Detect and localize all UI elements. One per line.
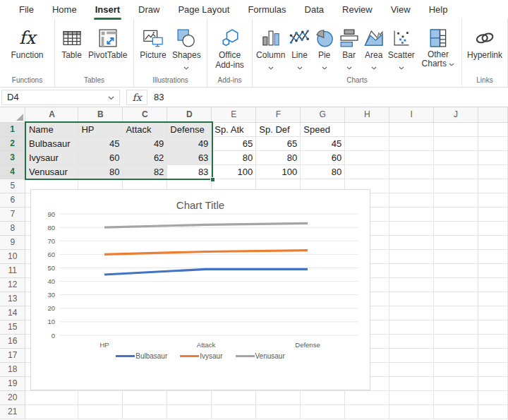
cell-i10[interactable] <box>389 249 434 263</box>
cell-i18[interactable] <box>389 362 434 376</box>
insert-function-button[interactable]: fx <box>126 90 147 105</box>
row-header-15[interactable]: 15 <box>0 320 25 334</box>
cell-j16[interactable] <box>434 334 478 348</box>
cell-g4[interactable]: 80 <box>301 164 345 179</box>
tab-file[interactable]: File <box>10 1 43 18</box>
cell-j20[interactable] <box>434 390 478 404</box>
row-header-9[interactable]: 9 <box>0 235 25 249</box>
tab-draw[interactable]: Draw <box>129 1 169 18</box>
cell-a2[interactable]: Bulbasaur <box>25 136 78 150</box>
cell-i16[interactable] <box>389 334 434 348</box>
column-header-g[interactable]: G <box>301 107 345 122</box>
picture-button[interactable]: Picture <box>138 18 167 60</box>
cell-d1[interactable]: Defense <box>167 122 212 136</box>
row-header-17[interactable]: 17 <box>0 348 25 362</box>
row-header-18[interactable]: 18 <box>0 362 25 376</box>
cell-i5[interactable] <box>389 179 434 193</box>
cell-j9[interactable] <box>434 235 478 249</box>
other-charts-button[interactable]: Other Charts <box>417 18 459 68</box>
cell-i14[interactable] <box>389 306 434 320</box>
cell-g21[interactable] <box>301 404 345 419</box>
cell-partial[interactable] <box>478 193 507 207</box>
row-header-8[interactable]: 8 <box>0 221 25 235</box>
cell-d4[interactable]: 83 <box>167 164 212 179</box>
cell-i8[interactable] <box>389 221 434 235</box>
series-line-ivysaur[interactable] <box>104 251 308 255</box>
row-header-21[interactable]: 21 <box>0 404 25 419</box>
hyperlink-button[interactable]: Hyperlink <box>466 18 504 60</box>
pie-chart-button[interactable]: Pie <box>313 18 337 72</box>
cell-j7[interactable] <box>434 207 478 221</box>
cell-h1[interactable] <box>345 122 389 136</box>
cell-b3[interactable]: 60 <box>78 150 123 164</box>
cell-a1[interactable]: Name <box>25 122 78 136</box>
cell-partial[interactable] <box>478 136 507 150</box>
cell-j10[interactable] <box>434 249 478 263</box>
cell-partial[interactable] <box>478 263 507 277</box>
column-chart-button[interactable]: Column <box>255 18 286 72</box>
cell-partial[interactable] <box>478 404 507 419</box>
cell-g3[interactable]: 60 <box>301 150 345 164</box>
cell-j4[interactable] <box>434 164 478 179</box>
cell-f2[interactable]: 65 <box>256 136 301 150</box>
column-header-partial[interactable] <box>478 107 507 122</box>
cell-j2[interactable] <box>434 136 478 150</box>
column-header-e[interactable]: E <box>212 107 256 122</box>
cell-a3[interactable]: Ivysaur <box>25 150 78 164</box>
cell-partial[interactable] <box>478 348 507 362</box>
line-chart-button[interactable]: Line <box>288 18 312 72</box>
row-header-2[interactable]: 2 <box>0 136 25 150</box>
pivottable-button[interactable]: PivotTable <box>87 18 128 60</box>
row-header-12[interactable]: 12 <box>0 277 25 292</box>
cell-j11[interactable] <box>434 263 478 277</box>
table-button[interactable]: Table <box>60 18 84 60</box>
area-chart-button[interactable]: Area <box>362 18 386 72</box>
cell-partial[interactable] <box>478 362 507 376</box>
cell-c3[interactable]: 62 <box>123 150 167 164</box>
bar-chart-button[interactable]: Bar <box>337 18 361 72</box>
row-header-20[interactable]: 20 <box>0 390 25 404</box>
series-line-bulbasaur[interactable] <box>104 269 308 275</box>
cell-b2[interactable]: 45 <box>78 136 123 150</box>
cell-e21[interactable] <box>212 404 256 419</box>
cell-b4[interactable]: 80 <box>78 164 123 179</box>
cell-partial[interactable] <box>478 164 507 179</box>
cell-partial[interactable] <box>478 334 507 348</box>
cell-i4[interactable] <box>389 164 434 179</box>
cell-i20[interactable] <box>389 390 434 404</box>
row-header-14[interactable]: 14 <box>0 306 25 320</box>
cell-j1[interactable] <box>434 122 478 136</box>
cell-j5[interactable] <box>434 179 478 193</box>
cell-j19[interactable] <box>434 376 478 390</box>
name-box[interactable]: D4 <box>1 90 120 105</box>
cell-i15[interactable] <box>389 320 434 334</box>
cell-i21[interactable] <box>389 404 434 419</box>
cell-i11[interactable] <box>389 263 434 277</box>
cell-j21[interactable] <box>434 404 478 419</box>
cell-b1[interactable]: HP <box>78 122 123 136</box>
cell-f21[interactable] <box>256 404 301 419</box>
select-all-corner[interactable] <box>0 107 25 122</box>
cell-i17[interactable] <box>389 348 434 362</box>
cell-g20[interactable] <box>301 390 345 404</box>
row-header-7[interactable]: 7 <box>0 207 25 221</box>
cell-i2[interactable] <box>389 136 434 150</box>
cell-i6[interactable] <box>389 193 434 207</box>
tab-view[interactable]: View <box>382 1 420 18</box>
cell-j13[interactable] <box>434 292 478 306</box>
cell-e20[interactable] <box>212 390 256 404</box>
cell-partial[interactable] <box>478 150 507 164</box>
cell-partial[interactable] <box>478 306 507 320</box>
cell-i7[interactable] <box>389 207 434 221</box>
cell-g1[interactable]: Speed <box>301 122 345 136</box>
row-header-1[interactable]: 1 <box>0 122 25 136</box>
tab-review[interactable]: Review <box>333 1 382 18</box>
cell-j6[interactable] <box>434 193 478 207</box>
tab-insert[interactable]: Insert <box>86 1 129 18</box>
cell-j17[interactable] <box>434 348 478 362</box>
column-header-b[interactable]: B <box>78 107 123 122</box>
cell-j12[interactable] <box>434 277 478 292</box>
tab-data[interactable]: Data <box>296 1 333 18</box>
cell-g2[interactable]: 45 <box>301 136 345 150</box>
cell-i9[interactable] <box>389 235 434 249</box>
